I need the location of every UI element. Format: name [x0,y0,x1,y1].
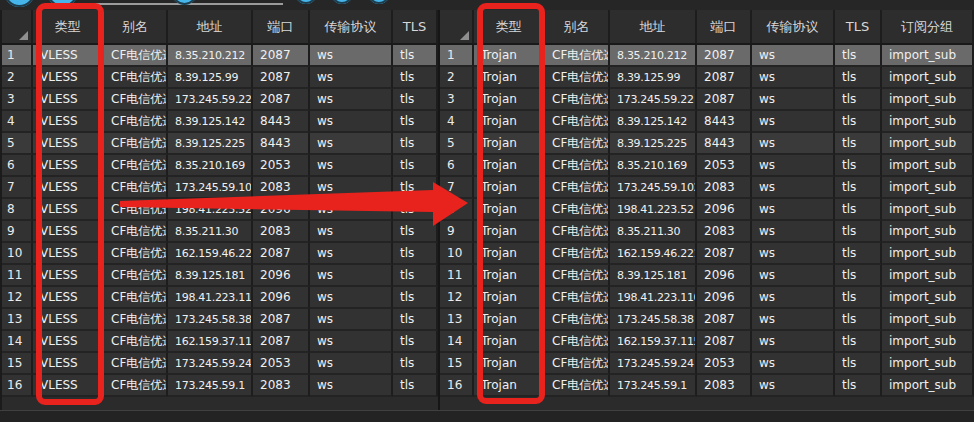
cell-subscription_group[interactable]: import_sub [882,133,974,155]
cell-address[interactable]: 162.159.37.115 [610,331,697,353]
table-row[interactable]: 2VLESSCF电信优选8.39.125.992087wstls [0,67,438,89]
table-row[interactable]: 8VLESSCF电信优选198.41.223.522096wstls [0,199,438,221]
cell-index[interactable]: 10 [440,243,474,265]
cell-tls[interactable]: tls [835,353,882,375]
cell-subscription_group[interactable]: import_sub [882,309,974,331]
column-header-tls[interactable]: TLS [393,10,438,45]
cell-type[interactable]: VLESS [33,309,104,331]
cell-transport[interactable]: ws [310,89,393,111]
cell-index[interactable]: 10 [0,243,33,265]
column-header-transport[interactable]: 传输协议 [310,10,393,45]
table-row[interactable]: 13VLESSCF电信优选173.245.58.382087wstls [0,309,438,331]
cell-transport[interactable]: ws [752,243,835,265]
cell-tls[interactable]: tls [835,199,882,221]
cell-alias[interactable]: CF电信优选 [104,331,168,353]
cell-type[interactable]: Trojan [474,309,545,331]
cell-address[interactable]: 8.39.125.99 [610,67,697,89]
cell-type[interactable]: Trojan [474,111,545,133]
cell-tls[interactable]: tls [835,67,882,89]
column-header-subscription_group[interactable]: 订阅分组 [882,10,974,45]
table-row[interactable]: 2TrojanCF电信优选8.39.125.992087wstlsimport_… [440,67,974,89]
cell-address[interactable]: 8.39.125.225 [610,133,697,155]
cell-alias[interactable]: CF电信优选 [545,89,610,111]
table-row[interactable]: 4TrojanCF电信优选8.39.125.1428443wstlsimport… [440,111,974,133]
cell-type[interactable]: VLESS [33,221,104,243]
table-row[interactable]: 3TrojanCF电信优选173.245.59.222087wstlsimpor… [440,89,974,111]
cell-port[interactable]: 2096 [697,199,752,221]
cell-address[interactable]: 173.245.59.1 [168,375,253,397]
cell-address[interactable]: 173.245.59.24 [610,353,697,375]
cell-transport[interactable]: ws [752,45,835,67]
cell-address[interactable]: 198.41.223.52 [610,199,697,221]
cell-type[interactable]: VLESS [33,243,104,265]
cell-subscription_group[interactable]: import_sub [882,155,974,177]
cell-subscription_group[interactable]: import_sub [882,287,974,309]
cell-alias[interactable]: CF电信优选 [104,155,168,177]
cell-index[interactable]: 9 [0,221,33,243]
cell-port[interactable]: 8443 [253,133,310,155]
cell-index[interactable]: 5 [440,133,474,155]
cell-transport[interactable]: ws [752,309,835,331]
cell-port[interactable]: 2087 [253,243,310,265]
cell-index[interactable]: 6 [0,155,33,177]
cell-tls[interactable]: tls [393,265,438,287]
cell-port[interactable]: 2087 [253,309,310,331]
cell-address[interactable]: 173.245.59.102 [168,177,253,199]
cell-transport[interactable]: ws [752,287,835,309]
cell-transport[interactable]: ws [310,331,393,353]
cell-subscription_group[interactable]: import_sub [882,331,974,353]
cell-alias[interactable]: CF电信优选 [545,111,610,133]
cell-index[interactable]: 3 [0,89,33,111]
cell-address[interactable]: 8.35.210.169 [168,155,253,177]
cell-transport[interactable]: ws [752,265,835,287]
cell-type[interactable]: VLESS [33,287,104,309]
cell-index[interactable]: 14 [0,331,33,353]
cell-alias[interactable]: CF电信优选 [545,375,610,397]
cell-alias[interactable]: CF电信优选 [104,199,168,221]
table-row[interactable]: 13TrojanCF电信优选173.245.58.382087wstlsimpo… [440,309,974,331]
table-row[interactable]: 5VLESSCF电信优选8.39.125.2258443wstls [0,133,438,155]
cell-index[interactable]: 12 [440,287,474,309]
cell-alias[interactable]: CF电信优选 [104,89,168,111]
cell-address[interactable]: 8.39.125.181 [610,265,697,287]
cell-alias[interactable]: CF电信优选 [545,331,610,353]
table-row[interactable]: 11TrojanCF电信优选8.39.125.1812096wstlsimpor… [440,265,974,287]
cell-tls[interactable]: tls [835,89,882,111]
cell-tls[interactable]: tls [393,111,438,133]
table-row[interactable]: 12TrojanCF电信优选198.41.223.1102096wstlsimp… [440,287,974,309]
cell-type[interactable]: Trojan [474,67,545,89]
cell-port[interactable]: 8443 [253,111,310,133]
cell-port[interactable]: 2083 [697,221,752,243]
cell-type[interactable]: VLESS [33,67,104,89]
cell-port[interactable]: 2083 [253,177,310,199]
cell-alias[interactable]: CF电信优选 [104,243,168,265]
cell-type[interactable]: VLESS [33,331,104,353]
toolbar-button-icon[interactable] [295,0,317,4]
table-row[interactable]: 7VLESSCF电信优选173.245.59.1022083wstls [0,177,438,199]
toolbar-button-icon[interactable] [368,0,390,4]
cell-tls[interactable]: tls [835,375,882,397]
cell-index[interactable]: 5 [0,133,33,155]
cell-alias[interactable]: CF电信优选 [104,287,168,309]
cell-port[interactable]: 2087 [697,67,752,89]
cell-transport[interactable]: ws [752,111,835,133]
cell-tls[interactable]: tls [393,199,438,221]
table-row[interactable]: 7TrojanCF电信优选173.245.59.1022083wstlsimpo… [440,177,974,199]
cell-tls[interactable]: tls [393,177,438,199]
cell-transport[interactable]: ws [310,199,393,221]
cell-type[interactable]: VLESS [33,111,104,133]
table-row[interactable]: 9TrojanCF电信优选8.35.211.302083wstlsimport_… [440,221,974,243]
cell-tls[interactable]: tls [835,111,882,133]
cell-transport[interactable]: ws [310,265,393,287]
cell-type[interactable]: Trojan [474,133,545,155]
cell-tls[interactable]: tls [835,243,882,265]
column-header-address[interactable]: 地址 [610,10,697,45]
cell-transport[interactable]: ws [310,45,393,67]
toolbar-button-icon[interactable] [331,0,353,4]
cell-type[interactable]: Trojan [474,287,545,309]
cell-subscription_group[interactable]: import_sub [882,177,974,199]
cell-tls[interactable]: tls [393,331,438,353]
table-row[interactable]: 15VLESSCF电信优选173.245.59.242053wstls [0,353,438,375]
cell-alias[interactable]: CF电信优选 [104,67,168,89]
table-row[interactable]: 12VLESSCF电信优选198.41.223.1102096wstls [0,287,438,309]
